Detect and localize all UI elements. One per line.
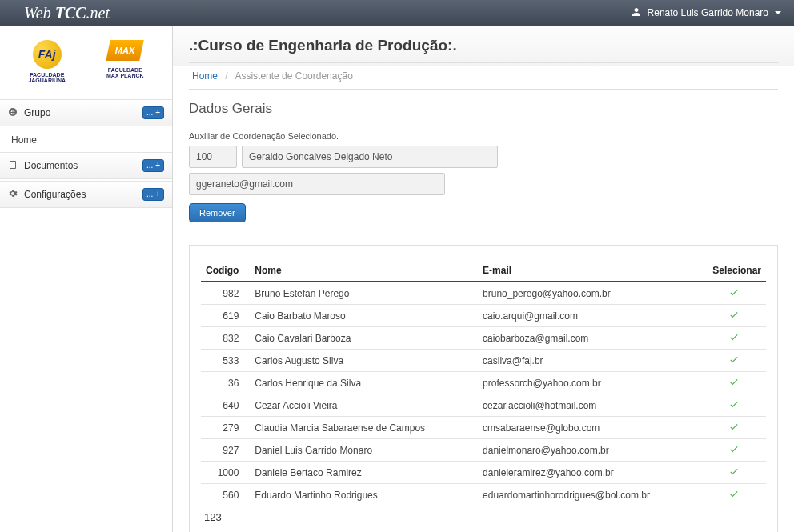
- table-frame: Codigo Nome E-mail Selecionar 982Bruno E…: [189, 245, 778, 532]
- logo-faj: FACULDADE JAGUARIÚNA: [28, 40, 66, 83]
- cell-codigo: 640: [201, 394, 250, 417]
- remove-button[interactable]: Remover: [189, 203, 246, 222]
- cell-email: cmsabaraense@globo.com: [478, 417, 702, 439]
- logo-maxplanck: FACULDADE MAX PLANCK: [106, 40, 144, 83]
- nav-home-label: Home: [11, 134, 37, 146]
- breadcrumb-home[interactable]: Home: [192, 70, 218, 82]
- cell-nome: Cezar Accioli Vieira: [250, 394, 478, 417]
- cell-email: cezar.accioli@hotmail.com: [478, 394, 702, 417]
- cell-nome: Carlos Augusto Silva: [250, 350, 478, 372]
- cell-codigo: 36: [201, 372, 250, 394]
- table-row: 982Bruno Estefan Peregobruno_perego@yaho…: [201, 282, 766, 305]
- email-field[interactable]: [189, 173, 445, 195]
- breadcrumb-current: Assistente de Coordenação: [235, 70, 352, 82]
- brand-main: TCC: [55, 4, 86, 22]
- helper-text: Auxiliar de Coordenação Selecionado.: [189, 131, 778, 141]
- table-row: 927Daniel Luis Garrido Monarodanielmonar…: [201, 439, 766, 462]
- cell-codigo: 619: [201, 305, 250, 327]
- sidebar: FACULDADE JAGUARIÚNA FACULDADE MAX PLANC…: [0, 26, 173, 532]
- code-field[interactable]: [189, 146, 237, 168]
- brand-suffix: .net: [86, 4, 110, 22]
- expand-button[interactable]: ... +: [142, 188, 164, 201]
- page-title: .:Curso de Engenharia de Produção:.: [189, 37, 778, 54]
- user-name: Renato Luis Garrido Monaro: [648, 7, 768, 18]
- user-icon: [632, 7, 641, 19]
- logos: FACULDADE JAGUARIÚNA FACULDADE MAX PLANC…: [0, 26, 172, 99]
- table-row: 832Caio Cavalari Barbozacaiobarboza@gmai…: [201, 327, 766, 350]
- brand-prefix: Web: [24, 4, 55, 22]
- select-row-button[interactable]: [728, 378, 740, 390]
- book-icon: [8, 160, 18, 172]
- section-title: Dados Gerais: [189, 101, 778, 117]
- topbar: Web TCC.net Renato Luis Garrido Monaro: [0, 0, 794, 26]
- table-row: 560Eduardo Martinho Rodrigueseduardomart…: [201, 484, 766, 506]
- cell-codigo: 982: [201, 282, 250, 305]
- cell-codigo: 927: [201, 439, 250, 462]
- nav-config-label: Configurações: [24, 189, 86, 200]
- content: .:Curso de Engenharia de Produção:. Home…: [173, 26, 794, 532]
- select-row-button[interactable]: [728, 446, 740, 457]
- logo-mp-icon: [106, 40, 144, 61]
- th-codigo: Codigo: [201, 260, 250, 282]
- assistants-table: Codigo Nome E-mail Selecionar 982Bruno E…: [201, 260, 766, 506]
- cell-nome: Carlos Henrique da Silva: [250, 372, 478, 394]
- select-row-button[interactable]: [728, 289, 740, 300]
- cell-nome: Daniel Luis Garrido Monaro: [250, 439, 478, 462]
- cell-email: caiobarboza@gmail.com: [478, 327, 702, 350]
- cell-codigo: 560: [201, 484, 250, 506]
- th-nome: Nome: [250, 260, 478, 282]
- breadcrumb-sep: /: [225, 70, 227, 82]
- table-row: 36Carlos Henrique da Silvaprofessorch@ya…: [201, 372, 766, 394]
- cell-nome: Bruno Estefan Perego: [250, 282, 478, 305]
- table-row: 1000Daniele Bertaco Ramirezdanieleramire…: [201, 462, 766, 484]
- breadcrumb: Home / Assistente de Coordenação: [189, 62, 778, 90]
- cell-codigo: 533: [201, 350, 250, 372]
- chevron-down-icon: [775, 11, 781, 14]
- expand-button[interactable]: ... +: [142, 106, 164, 119]
- logo-mp-text: FACULDADE MAX PLANCK: [106, 67, 144, 78]
- cell-codigo: 1000: [201, 462, 250, 484]
- select-row-button[interactable]: [728, 356, 740, 367]
- select-row-button[interactable]: [728, 468, 740, 479]
- brand: Web TCC.net: [24, 4, 110, 22]
- logo-faj-icon: [33, 40, 62, 69]
- select-row-button[interactable]: [728, 334, 740, 345]
- nav-item-home[interactable]: Home: [0, 128, 172, 152]
- th-email: E-mail: [478, 260, 702, 282]
- table-row: 619Caio Barbato Marosocaio.arqui@gmail.c…: [201, 305, 766, 327]
- cell-email: danielmonaro@yahoo.com.br: [478, 439, 702, 462]
- cell-nome: Claudia Marcia Sabaraense de Campos: [250, 417, 478, 439]
- select-row-button[interactable]: [728, 423, 740, 434]
- nav-item-config[interactable]: Configurações ... +: [0, 181, 172, 208]
- nav-grupo-label: Grupo: [24, 107, 50, 118]
- user-menu[interactable]: Renato Luis Garrido Monaro: [632, 7, 781, 19]
- expand-button[interactable]: ... +: [142, 159, 164, 172]
- table-row: 533Carlos Augusto Silvacasilva@faj.br: [201, 350, 766, 372]
- cell-codigo: 832: [201, 327, 250, 350]
- pager[interactable]: 123: [201, 506, 766, 528]
- cell-nome: Caio Barbato Maroso: [250, 305, 478, 327]
- cell-email: danieleramirez@yahoo.com.br: [478, 462, 702, 484]
- nav-documentos-label: Documentos: [24, 160, 78, 171]
- cell-codigo: 279: [201, 417, 250, 439]
- nav-item-grupo[interactable]: Grupo ... +: [0, 99, 172, 126]
- cell-nome: Caio Cavalari Barboza: [250, 327, 478, 350]
- table-row: 279Claudia Marcia Sabaraense de Camposcm…: [201, 417, 766, 439]
- cell-nome: Daniele Bertaco Ramirez: [250, 462, 478, 484]
- table-row: 640Cezar Accioli Vieiracezar.accioli@hot…: [201, 394, 766, 417]
- th-selecionar: Selecionar: [702, 260, 766, 282]
- cell-email: bruno_perego@yahoo.com.br: [478, 282, 702, 305]
- cell-email: casilva@faj.br: [478, 350, 702, 372]
- gear-icon: [8, 189, 18, 201]
- nav-item-documentos[interactable]: Documentos ... +: [0, 152, 172, 179]
- select-row-button[interactable]: [728, 311, 740, 322]
- cell-nome: Eduardo Martinho Rodrigues: [250, 484, 478, 506]
- select-row-button[interactable]: [728, 490, 740, 502]
- cell-email: caio.arqui@gmail.com: [478, 305, 702, 327]
- logo-faj-text: FACULDADE JAGUARIÚNA: [28, 72, 66, 83]
- cell-email: eduardomartinhorodrigues@bol.com.br: [478, 484, 702, 506]
- name-field[interactable]: [242, 146, 498, 168]
- dashboard-icon: [8, 107, 18, 119]
- cell-email: professorch@yahoo.com.br: [478, 372, 702, 394]
- select-row-button[interactable]: [728, 401, 740, 412]
